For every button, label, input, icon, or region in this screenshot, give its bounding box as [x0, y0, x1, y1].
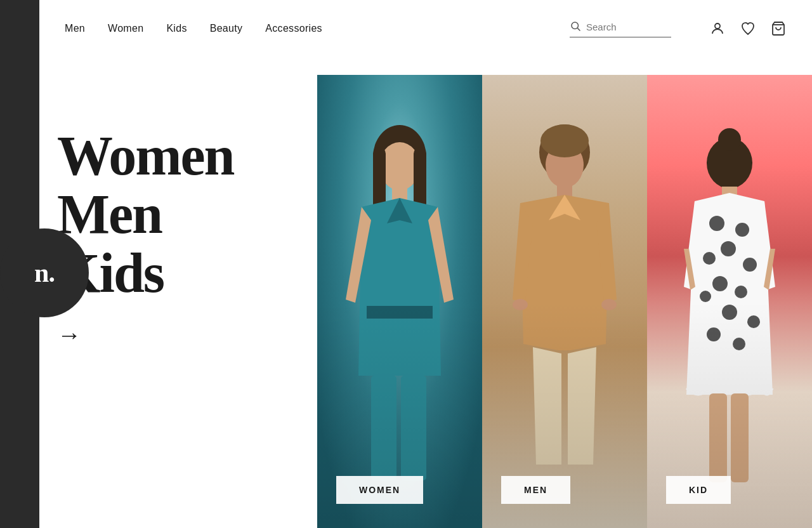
image-col-kid: KID [647, 75, 812, 528]
hero-line-women: Women [57, 127, 233, 185]
svg-line-1 [577, 28, 580, 30]
image-col-men: MEN [482, 75, 647, 528]
women-overlay [317, 75, 482, 528]
image-col-women: WOMEN [317, 75, 482, 528]
account-icon[interactable] [709, 20, 726, 37]
nav-item-beauty[interactable]: Beauty [210, 23, 243, 34]
hero-text: Women Men Kids → [57, 127, 233, 349]
nav-item-men[interactable]: Men [65, 23, 85, 34]
search-input[interactable] [586, 22, 662, 32]
logo-text: n. [34, 258, 55, 288]
hero-arrow-link[interactable]: → [57, 322, 233, 349]
hero-arrow: → [57, 322, 82, 349]
header: Men Women Kids Beauty Accessories [39, 0, 812, 57]
search-container [570, 20, 671, 37]
kid-overlay [647, 75, 812, 528]
svg-point-0 [572, 22, 579, 29]
logo-circle[interactable]: n. [0, 228, 89, 317]
wishlist-icon[interactable] [740, 20, 756, 37]
cart-icon[interactable] [770, 20, 787, 37]
category-button-women[interactable]: WOMEN [336, 476, 423, 504]
nav-item-kids[interactable]: Kids [166, 23, 187, 34]
nav-item-accessories[interactable]: Accessories [265, 23, 322, 34]
svg-point-2 [715, 23, 720, 29]
category-button-kid[interactable]: KID [666, 476, 731, 504]
men-overlay [482, 75, 647, 528]
category-button-men[interactable]: MEN [501, 476, 570, 504]
nav-item-women[interactable]: Women [108, 23, 143, 34]
nav-links: Men Women Kids Beauty Accessories [65, 23, 532, 34]
search-icon [570, 20, 581, 34]
image-grid: WOMEN [317, 75, 812, 528]
header-icons [709, 20, 787, 37]
hero-line-men: Men [57, 185, 233, 244]
